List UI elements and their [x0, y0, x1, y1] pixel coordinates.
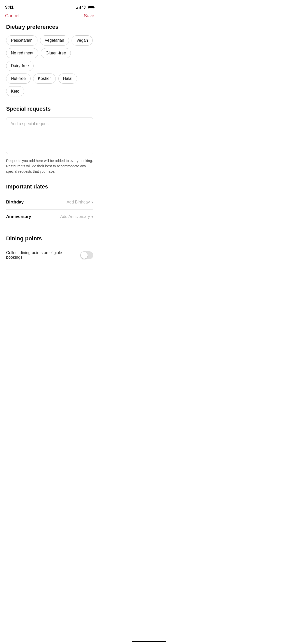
tag-halal[interactable]: Halal — [58, 74, 77, 84]
tag-no-red-meat[interactable]: No red meat — [6, 48, 38, 58]
main-content: Dietary preferences Pescetarian Vegetari… — [0, 22, 99, 273]
dietary-preferences-title: Dietary preferences — [6, 24, 93, 30]
dietary-tags-row-3: Nut-free Kosher Halal Keto — [6, 74, 93, 96]
birthday-label: Birthday — [6, 200, 24, 205]
anniversary-value[interactable]: Add Anniversary ▾ — [60, 214, 93, 219]
dining-points-toggle[interactable] — [80, 251, 93, 259]
birthday-chevron-icon: ▾ — [91, 200, 93, 204]
special-requests-title: Special requests — [6, 106, 93, 112]
dining-points-title: Dining points — [6, 235, 93, 242]
birthday-placeholder: Add Birthday — [66, 200, 90, 204]
anniversary-chevron-icon: ▾ — [91, 215, 93, 219]
special-request-input[interactable] — [6, 117, 93, 154]
birthday-row[interactable]: Birthday Add Birthday ▾ — [6, 195, 93, 210]
anniversary-label: Anniversary — [6, 214, 31, 219]
status-bar: 9:41 — [0, 0, 99, 11]
dietary-preferences-section: Dietary preferences Pescetarian Vegetari… — [6, 24, 93, 96]
wifi-icon — [82, 6, 86, 9]
special-requests-section: Special requests Requests you add here w… — [6, 106, 93, 174]
tag-dairy-free[interactable]: Dairy-free — [6, 61, 34, 71]
dietary-tags-row-2: No red meat Gluten-free Dairy-free — [6, 48, 93, 71]
anniversary-placeholder: Add Anniversary — [60, 214, 90, 219]
dining-points-section: Dining points Collect dining points on e… — [6, 233, 93, 263]
toggle-knob — [81, 252, 88, 259]
special-requests-note: Requests you add here will be added to e… — [6, 158, 93, 174]
tag-keto[interactable]: Keto — [6, 86, 24, 96]
tag-kosher[interactable]: Kosher — [33, 74, 56, 84]
tag-vegetarian[interactable]: Vegetarian — [40, 35, 69, 46]
cancel-button[interactable]: Cancel — [5, 13, 19, 19]
tag-nut-free[interactable]: Nut-free — [6, 74, 31, 84]
status-time: 9:41 — [5, 5, 13, 10]
save-button[interactable]: Save — [84, 13, 94, 19]
battery-icon — [88, 6, 94, 9]
important-dates-section: Important dates Birthday Add Birthday ▾ … — [6, 183, 93, 224]
dining-points-row: Collect dining points on eligible bookin… — [6, 247, 93, 263]
tag-gluten-free[interactable]: Gluten-free — [41, 48, 71, 58]
signal-bars-icon — [76, 6, 81, 9]
tag-vegan[interactable]: Vegan — [72, 35, 93, 46]
dietary-tags-row-1: Pescetarian Vegetarian Vegan — [6, 35, 93, 46]
dining-points-description: Collect dining points on eligible bookin… — [6, 251, 80, 260]
tag-pescetarian[interactable]: Pescetarian — [6, 35, 37, 46]
status-icons — [76, 6, 94, 9]
nav-bar: Cancel Save — [0, 11, 99, 22]
important-dates-title: Important dates — [6, 183, 93, 190]
birthday-value[interactable]: Add Birthday ▾ — [66, 200, 93, 204]
anniversary-row[interactable]: Anniversary Add Anniversary ▾ — [6, 210, 93, 224]
